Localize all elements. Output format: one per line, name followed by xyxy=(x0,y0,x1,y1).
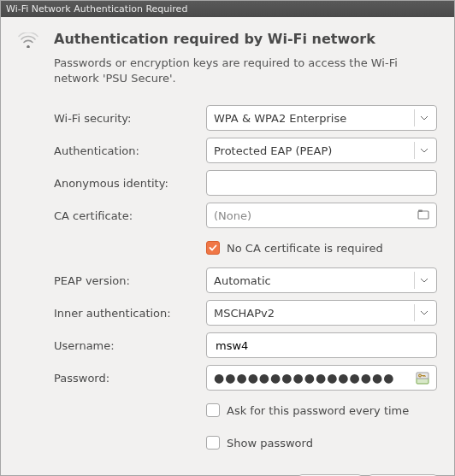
label-inner-auth: Inner authentication: xyxy=(18,307,206,320)
label-username: Username: xyxy=(18,339,206,352)
wifi-icon xyxy=(18,31,42,50)
dialog-content: Authentication required by Wi-Fi network… xyxy=(1,17,454,476)
select-wifi-security-value: WPA & WPA2 Enterprise xyxy=(214,112,346,125)
checkbox-no-ca-required[interactable] xyxy=(206,241,220,255)
svg-rect-1 xyxy=(418,209,422,212)
file-ca-certificate-value: (None) xyxy=(214,209,251,222)
label-peap-version: PEAP version: xyxy=(18,274,206,287)
auth-dialog-window: Wi-Fi Network Authentication Required Au… xyxy=(0,0,455,476)
auth-form: Wi-Fi security: WPA & WPA2 Enterprise Au… xyxy=(18,105,437,476)
window-title: Wi-Fi Network Authentication Required xyxy=(6,3,187,15)
label-wifi-security: Wi-Fi security: xyxy=(18,112,206,125)
select-inner-auth-value: MSCHAPv2 xyxy=(214,307,275,320)
label-no-ca-required: No CA certificate is required xyxy=(227,242,383,255)
checkbox-ask-every-time[interactable] xyxy=(206,403,220,417)
file-ca-certificate[interactable]: (None) xyxy=(206,203,437,228)
window-titlebar: Wi-Fi Network Authentication Required xyxy=(1,1,454,17)
dialog-heading: Authentication required by Wi-Fi network xyxy=(54,31,437,47)
row-anonymous-identity: Anonymous identity: xyxy=(18,170,437,196)
chevron-down-icon xyxy=(414,109,433,126)
file-open-icon xyxy=(417,209,429,223)
label-show-password: Show password xyxy=(227,437,313,450)
select-peap-version[interactable]: Automatic xyxy=(206,267,437,293)
row-password: Password: ●●●●●●●●●●●●●●●● xyxy=(18,365,437,391)
dialog-header: Authentication required by Wi-Fi network… xyxy=(18,31,437,105)
dialog-header-text: Authentication required by Wi-Fi network… xyxy=(54,31,437,105)
row-no-ca-required: No CA certificate is required xyxy=(18,235,437,261)
row-authentication: Authentication: Protected EAP (PEAP) xyxy=(18,138,437,163)
chevron-down-icon xyxy=(414,142,433,159)
label-ask-every-time: Ask for this password every time xyxy=(227,404,409,417)
row-show-password: Show password xyxy=(18,430,437,455)
password-mask: ●●●●●●●●●●●●●●●● xyxy=(214,371,416,385)
chevron-down-icon xyxy=(414,304,433,321)
anonymous-identity-field[interactable] xyxy=(214,176,429,191)
chevron-down-icon xyxy=(414,272,433,289)
row-username: Username: xyxy=(18,332,437,358)
keyring-icon xyxy=(416,371,429,385)
input-password[interactable]: ●●●●●●●●●●●●●●●● xyxy=(206,365,437,391)
input-username[interactable] xyxy=(206,332,437,358)
row-ca-certificate: CA certificate: (None) xyxy=(18,203,437,228)
select-wifi-security[interactable]: WPA & WPA2 Enterprise xyxy=(206,105,437,131)
dialog-subtext: Passwords or encryption keys are require… xyxy=(54,56,437,86)
select-inner-auth[interactable]: MSCHAPv2 xyxy=(206,300,437,326)
input-anonymous-identity[interactable] xyxy=(206,170,437,196)
row-ask-every-time: Ask for this password every time xyxy=(18,397,437,423)
label-ca-certificate: CA certificate: xyxy=(18,209,206,222)
select-peap-version-value: Automatic xyxy=(214,274,271,287)
svg-rect-0 xyxy=(418,211,428,219)
row-wifi-security: Wi-Fi security: WPA & WPA2 Enterprise xyxy=(18,105,437,131)
row-inner-auth: Inner authentication: MSCHAPv2 xyxy=(18,300,437,326)
select-authentication[interactable]: Protected EAP (PEAP) xyxy=(206,138,437,163)
label-authentication: Authentication: xyxy=(18,144,206,157)
label-password: Password: xyxy=(18,372,206,385)
label-anonymous-identity: Anonymous identity: xyxy=(18,177,206,190)
username-field[interactable] xyxy=(214,338,429,353)
row-peap-version: PEAP version: Automatic xyxy=(18,267,437,293)
checkbox-show-password[interactable] xyxy=(206,436,220,450)
select-authentication-value: Protected EAP (PEAP) xyxy=(214,144,332,157)
